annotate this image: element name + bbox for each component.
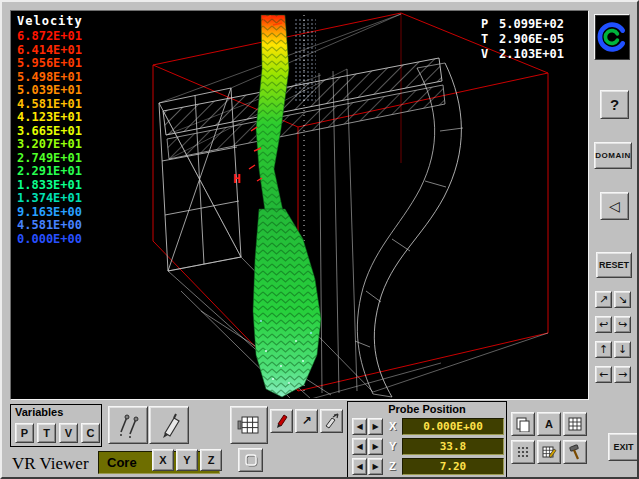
- readout-value: 2.906E-05: [499, 32, 564, 47]
- pan-left-button[interactable]: ←: [595, 366, 612, 383]
- axis-x-button[interactable]: X: [152, 449, 174, 471]
- grid-tool-button[interactable]: [230, 406, 268, 444]
- app-window: Velocity 6.872E+01 6.414E+01 5.956E+01 5…: [0, 0, 639, 479]
- probe-x-value[interactable]: 0.000E+00: [402, 418, 504, 435]
- help-button[interactable]: ?: [600, 90, 629, 119]
- axis-y-button[interactable]: Y: [176, 449, 198, 471]
- legend-entry: 4.581E+01: [17, 98, 83, 112]
- probe-z-dec-button[interactable]: ◀: [352, 458, 367, 475]
- readout-value: 5.099E+02: [499, 17, 564, 32]
- legend-entry: 1.374E+01: [17, 192, 83, 206]
- red-bounding-box: [153, 13, 548, 391]
- particle-source-region: [294, 19, 316, 103]
- velocity-legend: Velocity 6.872E+01 6.414E+01 5.956E+01 5…: [17, 14, 83, 246]
- probe-readouts: P5.099E+02 T2.906E-05 V2.103E+01: [481, 17, 564, 62]
- probe-x-dec-button[interactable]: ◀: [352, 418, 367, 435]
- app-logo-icon: [596, 21, 628, 53]
- variables-title: Variables: [11, 406, 101, 418]
- table-edit-icon: [541, 444, 557, 460]
- pen-icon: [155, 412, 183, 439]
- legend-entry: 1.833E+01: [17, 179, 83, 193]
- probe-pins-button[interactable]: [108, 406, 148, 444]
- tool-hammer-button[interactable]: [563, 440, 587, 464]
- probe-pins-icon: [114, 412, 142, 438]
- readout-value: 2.103E+01: [499, 47, 564, 62]
- legend-entry: 3.207E+01: [17, 138, 83, 152]
- legend-entry: 5.956E+01: [17, 57, 83, 71]
- legend-entry: 0.000E+00: [17, 233, 83, 247]
- rotate-cw-button[interactable]: ↪: [614, 316, 631, 333]
- probe-y-dec-button[interactable]: ◀: [352, 438, 367, 455]
- rotate-se-button[interactable]: ↘: [614, 291, 631, 308]
- mesh-grid-icon: [567, 416, 583, 432]
- variable-v-button[interactable]: V: [59, 423, 78, 443]
- variable-t-button[interactable]: T: [37, 423, 56, 443]
- red-pen-icon: [274, 413, 290, 429]
- probe-z-inc-button[interactable]: ▶: [368, 458, 383, 475]
- vr-viewer-label: VR Viewer: [12, 454, 89, 474]
- probe-z-label: Z: [389, 460, 396, 472]
- readout-row: T2.906E-05: [481, 32, 564, 47]
- paint-pen-button[interactable]: [149, 406, 189, 444]
- red-pen-button[interactable]: [270, 409, 293, 433]
- probe-y-label: Y: [389, 440, 396, 452]
- mesh-grid-button[interactable]: [563, 412, 587, 436]
- legend-entry: 2.291E+01: [17, 165, 83, 179]
- pointer-mode-button[interactable]: ◁: [600, 192, 629, 220]
- variables-group: Variables P T V C: [10, 404, 102, 447]
- variable-p-button[interactable]: P: [15, 423, 34, 443]
- readout-row: P5.099E+02: [481, 17, 564, 32]
- legend-entry: 4.581E+00: [17, 219, 83, 233]
- legend-entry: 3.665E+01: [17, 125, 83, 139]
- legend-entry: 6.414E+01: [17, 44, 83, 58]
- readout-label: T: [481, 32, 499, 47]
- grid-tool-icon: [236, 412, 262, 438]
- rotate-ccw-button[interactable]: ↩: [595, 316, 612, 333]
- swatch-outline-icon: [243, 452, 259, 468]
- table-edit-button[interactable]: [537, 440, 561, 464]
- hammer-icon: [567, 444, 583, 460]
- probe-x-label: X: [389, 420, 396, 432]
- legend-entry: 9.163E+00: [17, 206, 83, 220]
- wireframe-model: [159, 14, 548, 398]
- copy-pages-button[interactable]: [511, 412, 535, 436]
- swatch-button[interactable]: [238, 448, 263, 472]
- scene-canvas: [11, 11, 588, 398]
- launch-arrow-button[interactable]: ↗: [295, 409, 318, 433]
- probe-y-value[interactable]: 33.8: [402, 438, 504, 455]
- readout-label: V: [481, 47, 499, 62]
- legend-entry: 2.749E+01: [17, 152, 83, 166]
- exit-button[interactable]: EXIT: [608, 433, 639, 461]
- copy-pages-icon: [515, 416, 531, 432]
- pen-arrow-button[interactable]: [320, 409, 343, 433]
- readout-label: P: [481, 17, 499, 32]
- pan-up-button[interactable]: ↑: [595, 341, 612, 358]
- logo-button[interactable]: [594, 14, 630, 60]
- domain-button[interactable]: DOMAIN: [594, 142, 632, 169]
- reset-button[interactable]: RESET: [596, 252, 632, 278]
- h-probe-marker: H: [233, 171, 241, 186]
- legend-entry: 4.123E+01: [17, 111, 83, 125]
- legend-entry: 6.872E+01: [17, 30, 83, 44]
- variable-c-button[interactable]: C: [81, 423, 100, 443]
- dots-grid-icon: [515, 444, 531, 460]
- rotate-ne-button[interactable]: ↗: [595, 291, 612, 308]
- axis-z-button[interactable]: Z: [200, 449, 222, 471]
- text-annotation-button[interactable]: A: [537, 412, 561, 436]
- pan-right-button[interactable]: →: [614, 366, 631, 383]
- probe-x-inc-button[interactable]: ▶: [368, 418, 383, 435]
- readout-row: V2.103E+01: [481, 47, 564, 62]
- legend-entry: 5.039E+01: [17, 84, 83, 98]
- probe-z-value[interactable]: 7.20: [402, 458, 504, 475]
- legend-title: Velocity: [17, 14, 83, 28]
- probe-position-title: Probe Position: [348, 403, 506, 415]
- probe-position-group: Probe Position ◀ ▶ X 0.000E+00 ◀ ▶ Y 33.…: [347, 401, 507, 478]
- dots-grid-button[interactable]: [511, 440, 535, 464]
- legend-entry: 5.498E+01: [17, 71, 83, 85]
- viewport-3d[interactable]: Velocity 6.872E+01 6.414E+01 5.956E+01 5…: [10, 10, 589, 400]
- probe-y-inc-button[interactable]: ▶: [368, 438, 383, 455]
- pan-down-button[interactable]: ↓: [614, 341, 631, 358]
- pen-arrow-icon: [324, 413, 340, 429]
